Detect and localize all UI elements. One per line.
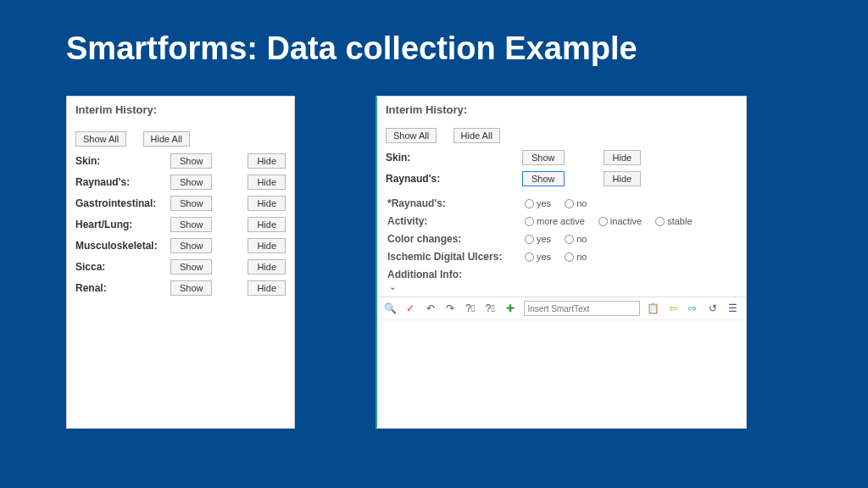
row-label: Raynaud's: (75, 176, 165, 188)
hide-button[interactable]: Hide (248, 175, 286, 190)
zoom-icon[interactable]: 🔍 (384, 302, 398, 315)
hide-button[interactable]: Hide (604, 171, 642, 186)
radio-yes[interactable]: yes (525, 252, 551, 262)
hide-button[interactable]: Hide (248, 153, 286, 169)
show-all-button[interactable]: Show All (75, 131, 126, 147)
hide-button[interactable]: Hide (248, 196, 286, 211)
row-label: Skin: (386, 152, 492, 164)
plus-icon[interactable]: ✚ (504, 302, 517, 315)
refresh-icon[interactable]: ↺ (706, 302, 720, 315)
show-button[interactable]: Show (522, 150, 565, 165)
hide-button[interactable]: Hide (248, 217, 286, 232)
smarttext-input[interactable] (524, 301, 640, 316)
radio-no[interactable]: no (565, 234, 587, 244)
show-button[interactable]: Show (522, 171, 565, 186)
row-label: Raynaud's: (386, 173, 492, 185)
row-label: Gastrointestinal: (75, 197, 165, 209)
hide-button[interactable]: Hide (248, 280, 286, 296)
radio-more-active[interactable]: more active (525, 216, 585, 226)
question-label: Ischemic Digital Ulcers: (387, 251, 516, 263)
show-button[interactable]: Show (170, 217, 213, 232)
hide-button[interactable]: Hide (248, 238, 286, 253)
paste-icon[interactable]: 📋 (647, 302, 660, 315)
panel-expanded: Interim History: Show All Hide All Skin:… (376, 96, 747, 429)
expand-icon[interactable]: ⌄ (387, 280, 737, 295)
hide-button[interactable]: Hide (604, 150, 642, 165)
show-button[interactable]: Show (170, 280, 213, 296)
radio-yes[interactable]: yes (525, 234, 551, 244)
show-button[interactable]: Show (170, 259, 213, 274)
arrow-right-icon[interactable]: ⇨ (687, 302, 700, 315)
question-label: *Raynaud's: (387, 197, 516, 209)
hide-all-button[interactable]: Hide All (453, 128, 500, 143)
radio-inactive[interactable]: inactive (598, 216, 642, 226)
list-icon[interactable]: ☰ (726, 302, 740, 315)
undo-icon[interactable]: ↶ (424, 302, 437, 315)
help-icon[interactable]: ?⃝ (464, 302, 477, 315)
slide-title: Smartforms: Data collection Example (0, 0, 868, 67)
panel-collapsed: Interim History: Show All Hide All Skin:… (66, 96, 295, 429)
show-button[interactable]: Show (170, 175, 213, 190)
hide-all-button[interactable]: Hide All (143, 131, 190, 147)
show-button[interactable]: Show (170, 153, 213, 169)
show-all-button[interactable]: Show All (386, 128, 437, 143)
radio-no[interactable]: no (565, 252, 587, 262)
section-heading: Interim History: (75, 103, 286, 116)
row-label: Sicca: (75, 261, 165, 273)
text-editor[interactable] (377, 319, 746, 428)
editor-toolbar: 🔍 ✓ ↶ ↷ ?⃝ ?⃝ ✚ 📋 ⇦ ⇨ ↺ ☰ (377, 297, 746, 319)
show-button[interactable]: Show (170, 238, 213, 253)
radio-stable[interactable]: stable (655, 216, 692, 226)
row-label: Heart/Lung: (75, 219, 165, 230)
additional-info-label: Additional Info: (387, 269, 516, 280)
row-label: Musculoskeletal: (75, 240, 165, 252)
hide-button[interactable]: Hide (248, 259, 286, 274)
spellcheck-icon[interactable]: ✓ (404, 302, 418, 315)
row-label: Skin: (75, 155, 165, 167)
help2-icon[interactable]: ?⃝ (484, 302, 498, 315)
radio-yes[interactable]: yes (525, 198, 551, 208)
question-label: Activity: (387, 215, 516, 227)
section-heading: Interim History: (386, 103, 737, 116)
row-label: Renal: (75, 282, 165, 294)
arrow-left-icon[interactable]: ⇦ (666, 302, 680, 315)
question-label: Color changes: (387, 233, 516, 245)
show-button[interactable]: Show (170, 196, 213, 211)
radio-no[interactable]: no (565, 198, 587, 208)
redo-icon[interactable]: ↷ (444, 302, 458, 315)
